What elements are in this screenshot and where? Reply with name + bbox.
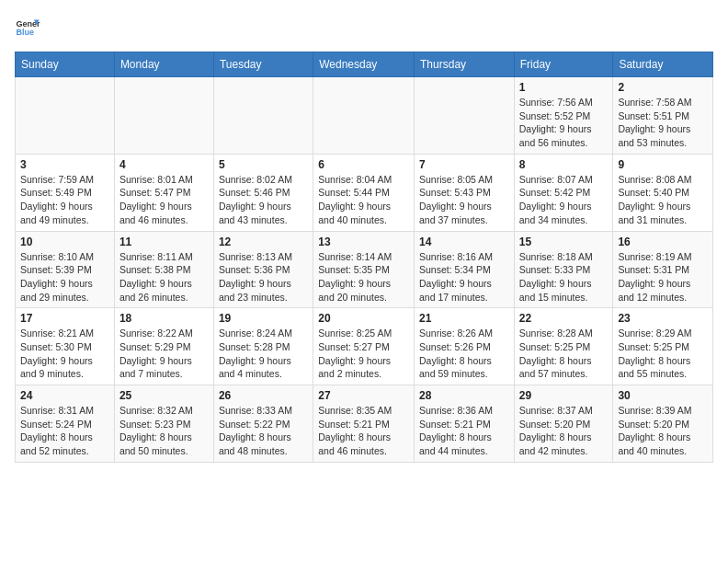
day-info: Sunrise: 8:35 AMSunset: 5:21 PMDaylight:…	[318, 404, 409, 458]
logo: General Blue	[15, 15, 40, 40]
day-info: Sunrise: 8:22 AMSunset: 5:29 PMDaylight:…	[119, 327, 209, 381]
logo-icon: General Blue	[15, 15, 40, 40]
day-info: Sunrise: 8:39 AMSunset: 5:20 PMDaylight:…	[618, 404, 708, 458]
day-of-week-header: Wednesday	[313, 52, 415, 77]
day-number: 13	[318, 236, 409, 248]
calendar-week-row: 1Sunrise: 7:56 AMSunset: 5:52 PMDaylight…	[16, 77, 713, 155]
calendar-cell: 8Sunrise: 8:07 AMSunset: 5:42 PMDaylight…	[514, 154, 613, 231]
day-number: 2	[618, 81, 708, 94]
calendar-week-row: 24Sunrise: 8:31 AMSunset: 5:24 PMDayligh…	[16, 385, 713, 463]
day-info: Sunrise: 8:07 AMSunset: 5:42 PMDaylight:…	[519, 173, 609, 227]
calendar-week-row: 17Sunrise: 8:21 AMSunset: 5:30 PMDayligh…	[16, 308, 713, 385]
calendar-cell: 22Sunrise: 8:28 AMSunset: 5:25 PMDayligh…	[514, 308, 613, 385]
calendar-cell: 7Sunrise: 8:05 AMSunset: 5:43 PMDaylight…	[415, 154, 515, 231]
calendar-cell	[114, 77, 213, 155]
calendar-cell: 21Sunrise: 8:26 AMSunset: 5:26 PMDayligh…	[415, 308, 515, 385]
day-of-week-header: Friday	[514, 52, 613, 77]
day-info: Sunrise: 8:29 AMSunset: 5:25 PMDaylight:…	[618, 327, 708, 381]
calendar-cell	[313, 77, 415, 155]
day-number: 19	[219, 312, 308, 325]
day-of-week-header: Thursday	[415, 52, 515, 77]
calendar-cell	[213, 77, 313, 155]
day-info: Sunrise: 8:19 AMSunset: 5:31 PMDaylight:…	[618, 250, 708, 304]
day-of-week-header: Sunday	[16, 52, 115, 77]
calendar-cell: 17Sunrise: 8:21 AMSunset: 5:30 PMDayligh…	[16, 308, 115, 385]
calendar-cell: 18Sunrise: 8:22 AMSunset: 5:29 PMDayligh…	[114, 308, 213, 385]
calendar-cell: 27Sunrise: 8:35 AMSunset: 5:21 PMDayligh…	[313, 385, 415, 463]
header: General Blue	[15, 15, 713, 40]
calendar-cell: 20Sunrise: 8:25 AMSunset: 5:27 PMDayligh…	[313, 308, 415, 385]
day-info: Sunrise: 8:02 AMSunset: 5:46 PMDaylight:…	[219, 173, 308, 227]
calendar-cell: 14Sunrise: 8:16 AMSunset: 5:34 PMDayligh…	[415, 231, 515, 308]
day-number: 23	[618, 312, 708, 325]
day-number: 16	[618, 236, 708, 248]
day-number: 9	[618, 158, 708, 171]
calendar-cell: 24Sunrise: 8:31 AMSunset: 5:24 PMDayligh…	[16, 385, 115, 463]
calendar-cell: 15Sunrise: 8:18 AMSunset: 5:33 PMDayligh…	[514, 231, 613, 308]
day-info: Sunrise: 8:05 AMSunset: 5:43 PMDaylight:…	[419, 173, 509, 227]
day-info: Sunrise: 8:08 AMSunset: 5:40 PMDaylight:…	[618, 173, 708, 227]
day-of-week-header: Monday	[114, 52, 213, 77]
calendar-cell: 23Sunrise: 8:29 AMSunset: 5:25 PMDayligh…	[613, 308, 713, 385]
day-info: Sunrise: 8:16 AMSunset: 5:34 PMDaylight:…	[419, 250, 509, 304]
day-info: Sunrise: 8:13 AMSunset: 5:36 PMDaylight:…	[219, 250, 308, 304]
day-info: Sunrise: 8:36 AMSunset: 5:21 PMDaylight:…	[419, 404, 509, 458]
calendar-cell: 4Sunrise: 8:01 AMSunset: 5:47 PMDaylight…	[114, 154, 213, 231]
day-info: Sunrise: 8:26 AMSunset: 5:26 PMDaylight:…	[419, 327, 509, 381]
calendar-cell	[415, 77, 515, 155]
day-info: Sunrise: 7:59 AMSunset: 5:49 PMDaylight:…	[20, 173, 109, 227]
calendar-cell: 26Sunrise: 8:33 AMSunset: 5:22 PMDayligh…	[213, 385, 313, 463]
day-info: Sunrise: 8:11 AMSunset: 5:38 PMDaylight:…	[119, 250, 209, 304]
calendar-cell: 19Sunrise: 8:24 AMSunset: 5:28 PMDayligh…	[213, 308, 313, 385]
day-number: 28	[419, 389, 509, 402]
calendar-cell: 6Sunrise: 8:04 AMSunset: 5:44 PMDaylight…	[313, 154, 415, 231]
day-info: Sunrise: 8:01 AMSunset: 5:47 PMDaylight:…	[119, 173, 209, 227]
day-number: 27	[318, 389, 409, 402]
day-info: Sunrise: 8:24 AMSunset: 5:28 PMDaylight:…	[219, 327, 308, 381]
day-info: Sunrise: 8:04 AMSunset: 5:44 PMDaylight:…	[318, 173, 409, 227]
day-number: 25	[119, 389, 209, 402]
calendar-cell: 25Sunrise: 8:32 AMSunset: 5:23 PMDayligh…	[114, 385, 213, 463]
calendar-cell: 5Sunrise: 8:02 AMSunset: 5:46 PMDaylight…	[213, 154, 313, 231]
calendar-cell: 30Sunrise: 8:39 AMSunset: 5:20 PMDayligh…	[613, 385, 713, 463]
day-number: 26	[219, 389, 308, 402]
day-number: 4	[119, 158, 209, 171]
day-info: Sunrise: 8:37 AMSunset: 5:20 PMDaylight:…	[519, 404, 609, 458]
day-info: Sunrise: 8:25 AMSunset: 5:27 PMDaylight:…	[318, 327, 409, 381]
calendar-cell: 13Sunrise: 8:14 AMSunset: 5:35 PMDayligh…	[313, 231, 415, 308]
day-info: Sunrise: 8:21 AMSunset: 5:30 PMDaylight:…	[20, 327, 109, 381]
day-info: Sunrise: 8:28 AMSunset: 5:25 PMDaylight:…	[519, 327, 609, 381]
calendar-header-row: SundayMondayTuesdayWednesdayThursdayFrid…	[16, 52, 713, 77]
day-number: 20	[318, 312, 409, 325]
calendar-cell: 1Sunrise: 7:56 AMSunset: 5:52 PMDaylight…	[514, 77, 613, 155]
day-number: 12	[219, 236, 308, 248]
calendar-cell: 10Sunrise: 8:10 AMSunset: 5:39 PMDayligh…	[16, 231, 115, 308]
day-number: 5	[219, 158, 308, 171]
day-number: 29	[519, 389, 609, 402]
day-number: 21	[419, 312, 509, 325]
day-number: 24	[20, 389, 109, 402]
calendar: SundayMondayTuesdayWednesdayThursdayFrid…	[15, 52, 713, 463]
day-number: 22	[519, 312, 609, 325]
day-of-week-header: Saturday	[613, 52, 713, 77]
day-of-week-header: Tuesday	[213, 52, 313, 77]
calendar-cell: 16Sunrise: 8:19 AMSunset: 5:31 PMDayligh…	[613, 231, 713, 308]
day-number: 6	[318, 158, 409, 171]
day-info: Sunrise: 7:58 AMSunset: 5:51 PMDaylight:…	[618, 96, 708, 150]
calendar-cell: 3Sunrise: 7:59 AMSunset: 5:49 PMDaylight…	[16, 154, 115, 231]
calendar-cell	[16, 77, 115, 155]
day-number: 3	[20, 158, 109, 171]
day-number: 30	[618, 389, 708, 402]
day-info: Sunrise: 8:33 AMSunset: 5:22 PMDaylight:…	[219, 404, 308, 458]
day-info: Sunrise: 8:10 AMSunset: 5:39 PMDaylight:…	[20, 250, 109, 304]
day-info: Sunrise: 8:14 AMSunset: 5:35 PMDaylight:…	[318, 250, 409, 304]
day-number: 14	[419, 236, 509, 248]
calendar-cell: 9Sunrise: 8:08 AMSunset: 5:40 PMDaylight…	[613, 154, 713, 231]
svg-text:Blue: Blue	[16, 28, 34, 37]
day-info: Sunrise: 8:32 AMSunset: 5:23 PMDaylight:…	[119, 404, 209, 458]
day-info: Sunrise: 8:31 AMSunset: 5:24 PMDaylight:…	[20, 404, 109, 458]
day-number: 10	[20, 236, 109, 248]
calendar-week-row: 3Sunrise: 7:59 AMSunset: 5:49 PMDaylight…	[16, 154, 713, 231]
day-number: 8	[519, 158, 609, 171]
day-number: 11	[119, 236, 209, 248]
